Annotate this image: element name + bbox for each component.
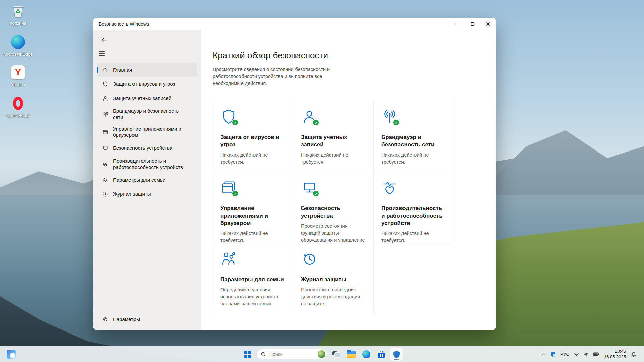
tray-chevron-button[interactable] [539,349,548,360]
card-title: Защита учетных записей [301,134,367,148]
card-desc: Никаких действий не требуется. [381,230,447,244]
taskbar-search[interactable] [256,349,327,359]
desktop-icon-opera-setup[interactable]: OperaSetup [3,96,34,118]
desktop-icon-yandex[interactable]: Y Yandex [3,65,34,87]
file-explorer-icon [347,351,356,358]
sidebar-item-protection-history[interactable]: Журнал защиты [97,188,197,201]
sidebar-item-family-options[interactable]: Параметры для семьи [97,174,197,187]
sidebar-footer: Параметры [93,312,201,326]
sidebar-item-label: Защита учетных записей [113,95,171,102]
store-icon [378,351,385,358]
clock[interactable]: 10:45 16.05.2025 [602,349,628,360]
store-button[interactable] [375,348,388,361]
sidebar-item-device-security[interactable]: Безопасность устройства [97,141,197,155]
opera-icon [10,96,26,111]
sidebar-item-label: Журнал защиты [113,191,151,197]
search-icon [261,352,266,357]
sidebar-item-virus-protection[interactable]: Защита от вирусов и угроз [97,77,197,91]
edge-icon [10,34,26,50]
card-protection-history[interactable]: Журнал защиты Просмотрите последние дейс… [293,242,374,313]
time: 10:45 [615,349,626,354]
system-tray: РУС 10:45 16.05.2025 [539,346,643,362]
window-titlebar[interactable]: Безопасность Windows [93,18,496,30]
desktop-icon-label: Microsoft Edge [4,52,33,57]
network-check-icon [381,108,399,126]
menu-toggle-button[interactable] [97,48,109,58]
sidebar-item-label: Параметры [113,316,140,323]
page-subtitle: Просмотрите сведения о состоянии безопас… [213,66,347,87]
card-virus-protection[interactable]: Защита от вирусов и угроз Никаких действ… [213,100,293,171]
status-ok-icon [232,119,239,126]
card-desc: Определяйте условия использования устрой… [220,286,286,307]
sidebar-item-device-health[interactable]: Производительность и работоспособность у… [97,156,197,173]
maximize-button[interactable] [465,18,480,30]
show-desktop-button[interactable] [640,346,642,362]
card-account-protection[interactable]: Защита учетных записей Никаких действий … [293,100,374,171]
edge-button[interactable] [360,348,373,361]
task-view-icon [332,351,340,358]
file-explorer-button[interactable] [345,348,358,361]
widgets-button[interactable] [5,348,17,361]
device-check-icon [301,179,318,197]
status-ok-icon [393,119,400,126]
card-family-options[interactable]: Параметры для семьи Определяйте условия … [213,242,293,313]
sidebar-item-app-browser-control[interactable]: Управление приложениями и браузером [97,124,197,141]
task-view-button[interactable] [330,348,342,361]
account-check-icon [301,108,318,126]
sidebar-item-label: Главная [113,67,132,73]
card-title: Защита от вирусов и угроз [220,134,286,148]
card-title: Брандмауэр и безопасность сети [381,134,447,148]
desktop-icon-recycle-bin[interactable]: Корзина [3,3,34,26]
back-button[interactable] [98,35,109,45]
history-icon [301,250,318,268]
sidebar-item-home[interactable]: Главная [97,63,197,77]
card-device-security[interactable]: Безопасность устройства Просмотр состоян… [293,171,374,242]
tray-security-button[interactable] [549,349,557,360]
health-icon [102,161,109,167]
desktop-icon-edge[interactable]: Microsoft Edge [3,34,34,57]
yandex-icon: Y [10,65,26,80]
card-device-health[interactable]: Производительность и работоспособность у… [374,171,454,242]
sidebar-item-firewall[interactable]: Брандмауэр и безопасность сети [97,106,197,123]
search-highlight-image[interactable] [318,350,325,358]
start-button[interactable] [241,348,254,361]
search-input[interactable] [269,351,315,357]
close-button[interactable] [480,18,496,30]
card-title: Безопасность устройства [301,205,367,220]
app-browser-icon [102,129,109,135]
card-app-browser-control[interactable]: Управление приложениями и браузером Ника… [213,171,293,242]
language-indicator[interactable]: РУС [558,349,571,360]
sidebar-item-label: Безопасность устройства [113,145,172,152]
family-icon [102,177,109,183]
card-desc: Никаких действий не требуется. [301,152,367,166]
date: 16.05.2025 [604,354,626,360]
sidebar-item-label: Производительность и работоспособность у… [113,158,190,171]
card-title: Производительность и работоспособность у… [381,205,447,227]
sidebar-item-settings[interactable]: Параметры [97,313,197,326]
status-ok-icon [312,119,319,126]
sidebar-item-account-protection[interactable]: Защита учетных записей [97,92,197,105]
health-heart-icon [381,179,399,197]
security-cards-grid: Защита от вирусов и угроз Никаких действ… [213,100,482,313]
volume-button[interactable] [582,349,591,360]
card-desc: Никаких действий не требуется. [381,152,447,166]
notification-center-button[interactable] [629,349,638,360]
windows-security-icon [393,350,400,358]
recycle-bin-icon [10,3,26,19]
windows-security-taskbar-button[interactable] [390,348,403,361]
card-firewall[interactable]: Брандмауэр и безопасность сети Никаких д… [374,100,454,171]
card-desc: Просмотрите последние действия и рекомен… [301,286,367,307]
taskbar: РУС 10:45 16.05.2025 [0,346,644,362]
battery-button[interactable] [592,349,601,360]
minimize-button[interactable] [449,18,465,30]
tray-security-icon [550,351,556,357]
card-title: Параметры для семьи [220,276,286,283]
account-icon [102,95,109,101]
desktop-icon-label: Yandex [11,82,25,87]
wifi-button[interactable] [572,349,581,360]
network-icon [102,111,109,117]
battery-icon [593,352,599,356]
notification-bell-icon [631,352,636,357]
sidebar-item-label: Брандмауэр и безопасность сети [113,108,190,121]
app-browser-check-icon [220,179,238,197]
